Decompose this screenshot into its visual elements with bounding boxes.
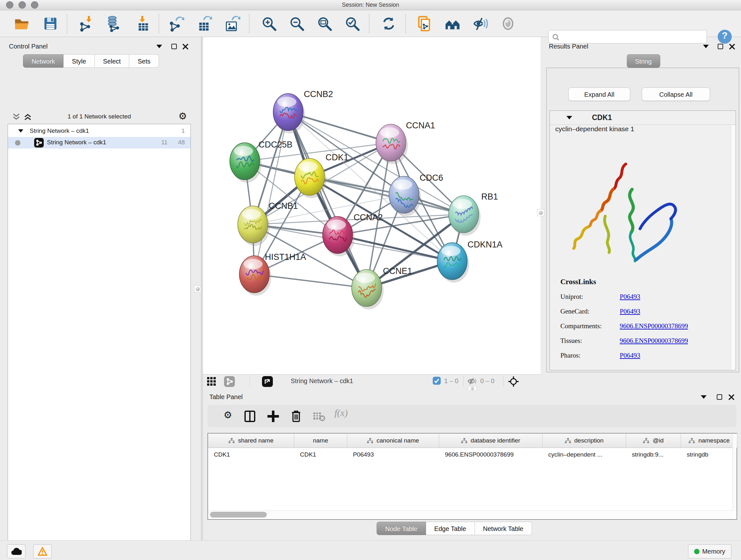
- panel-float-icon[interactable]: [718, 44, 723, 49]
- grid-view-icon[interactable]: [207, 377, 216, 386]
- export-image-icon[interactable]: [224, 15, 240, 32]
- node-CCNE1[interactable]: [352, 269, 384, 309]
- node-CDK1[interactable]: [294, 159, 327, 198]
- crosslink-link[interactable]: P06493: [620, 307, 640, 315]
- crosslink-link[interactable]: 9606.ENSP00000378699: [620, 322, 688, 330]
- panel-menu-icon[interactable]: [703, 45, 709, 48]
- open-session-icon[interactable]: [13, 15, 30, 32]
- table-vertical-scrollbar[interactable]: [732, 434, 737, 511]
- panel-close-icon[interactable]: [729, 44, 735, 50]
- collection-expander-icon[interactable]: [18, 129, 23, 132]
- panel-menu-icon[interactable]: [701, 395, 706, 399]
- column-header-namespace[interactable]: namespace: [681, 434, 738, 448]
- selected-checkbox-icon[interactable]: [433, 377, 441, 385]
- zoom-fit-icon[interactable]: [316, 15, 333, 32]
- network-options-gear-icon[interactable]: ⚙: [179, 109, 187, 123]
- tab-node-table[interactable]: Node Table: [377, 522, 426, 535]
- cell-description[interactable]: cyclin–dependent ...: [542, 448, 626, 462]
- cell-database-identifier[interactable]: 9606.ENSP00000378699: [439, 448, 542, 462]
- table-options-gear-icon[interactable]: ⚙: [221, 408, 235, 422]
- zoom-in-icon[interactable]: [261, 15, 277, 32]
- scrollbar-thumb[interactable]: [210, 512, 267, 517]
- tab-sets[interactable]: Sets: [129, 54, 159, 68]
- column-header-database-identifier[interactable]: database identifier: [439, 434, 542, 448]
- right-splitter-handle[interactable]: [537, 209, 544, 216]
- panel-menu-icon[interactable]: [156, 45, 162, 48]
- crosslink-link[interactable]: P06493: [620, 293, 640, 300]
- node-CCNA2[interactable]: [323, 216, 354, 256]
- help-icon[interactable]: ?: [717, 29, 733, 45]
- edge-CCNA2-CDKN1A[interactable]: [338, 235, 452, 261]
- export-network-icon[interactable]: [168, 15, 185, 32]
- panel-float-icon[interactable]: [717, 394, 722, 400]
- cell-@id[interactable]: stringdb:9...: [626, 448, 681, 462]
- node-CDC25B[interactable]: [230, 143, 262, 183]
- add-column-icon[interactable]: [266, 409, 280, 423]
- tab-network-table[interactable]: Network Table: [475, 522, 532, 535]
- column-header-canonical-name[interactable]: canonical name: [347, 434, 439, 448]
- show-columns-icon[interactable]: [243, 409, 257, 423]
- open-in-window-icon[interactable]: [262, 376, 273, 387]
- show-eye-icon[interactable]: [500, 15, 516, 32]
- birdseye-crosshair-icon[interactable]: [508, 376, 519, 387]
- expand-all-button[interactable]: Expand All: [568, 87, 630, 101]
- table-tabset: Node TableEdge TableNetwork Table: [377, 522, 532, 535]
- memory-button[interactable]: Memory: [688, 544, 731, 558]
- refresh-icon[interactable]: [381, 15, 397, 32]
- zoom-out-icon[interactable]: [288, 15, 305, 32]
- export-table-icon[interactable]: [196, 15, 212, 32]
- left-splitter-handle[interactable]: [194, 286, 201, 293]
- node-CCNB2[interactable]: [273, 94, 305, 133]
- cell-name[interactable]: CDK1: [294, 448, 347, 462]
- warnings-button[interactable]: [33, 544, 52, 558]
- save-session-icon[interactable]: [42, 15, 59, 32]
- tab-string[interactable]: String: [627, 54, 660, 68]
- crosslink-row: Compartments:9606.ENSP00000378699: [560, 322, 733, 330]
- node-CDC6[interactable]: [389, 176, 421, 216]
- panel-close-icon[interactable]: [183, 44, 188, 50]
- delete-column-icon[interactable]: [289, 409, 303, 423]
- delete-table-icon[interactable]: [312, 409, 326, 423]
- node-CDKN1A[interactable]: [437, 243, 469, 283]
- tab-edge-table[interactable]: Edge Table: [426, 522, 475, 535]
- cell-namespace[interactable]: stringdb: [681, 448, 738, 462]
- hide-selected-eye-icon[interactable]: [472, 15, 488, 32]
- gene-expander-icon[interactable]: [566, 116, 572, 119]
- cloud-status-button[interactable]: [7, 544, 25, 558]
- node-CCNA1[interactable]: [376, 124, 408, 164]
- network-collection-row[interactable]: String Network – cdk1 1: [8, 125, 191, 137]
- hidden-eye-icon[interactable]: [467, 377, 477, 385]
- import-network-icon[interactable]: [78, 15, 94, 32]
- import-table-icon[interactable]: [135, 15, 151, 32]
- home-networks-icon[interactable]: [444, 15, 461, 32]
- crosslink-link[interactable]: 9606.ENSP00000378699: [620, 337, 688, 345]
- node-RB1[interactable]: [449, 196, 481, 236]
- tab-network[interactable]: Network: [23, 54, 64, 68]
- gene-section-header[interactable]: CDK1: [550, 111, 736, 125]
- cell-canonical-name[interactable]: P06493: [347, 448, 439, 462]
- search-input[interactable]: [548, 30, 707, 44]
- node-label-CCNE1: CCNE1: [383, 266, 412, 276]
- column-header-shared-name[interactable]: shared name: [208, 434, 294, 448]
- function-builder-icon[interactable]: f(x): [334, 408, 357, 422]
- panel-close-icon[interactable]: [729, 394, 734, 400]
- table-horizontal-scrollbar[interactable]: [208, 510, 733, 518]
- node-CCNB1[interactable]: [238, 206, 270, 246]
- cell-shared-name[interactable]: CDK1: [208, 448, 294, 462]
- crosslink-row: GeneCard:P06493: [560, 307, 733, 315]
- collapse-all-button[interactable]: Collapse All: [642, 87, 710, 101]
- network-row-selected[interactable]: String Network – cdk1 11 48: [8, 137, 191, 148]
- panel-float-icon[interactable]: [172, 44, 177, 49]
- import-database-icon[interactable]: [105, 15, 122, 32]
- zoom-selected-icon[interactable]: [344, 15, 360, 32]
- column-header-name[interactable]: name: [294, 434, 347, 448]
- clone-network-icon[interactable]: [416, 15, 433, 32]
- column-header-@id[interactable]: @id: [626, 434, 681, 448]
- bottom-splitter-handle[interactable]: [468, 386, 477, 391]
- edge-CCNB2-HIST1H1A[interactable]: [254, 112, 288, 274]
- network-share-icon[interactable]: [224, 376, 235, 387]
- crosslink-link[interactable]: P06493: [620, 352, 640, 359]
- tab-select[interactable]: Select: [95, 54, 130, 68]
- tab-style[interactable]: Style: [64, 54, 94, 68]
- column-header-description[interactable]: description: [542, 434, 626, 448]
